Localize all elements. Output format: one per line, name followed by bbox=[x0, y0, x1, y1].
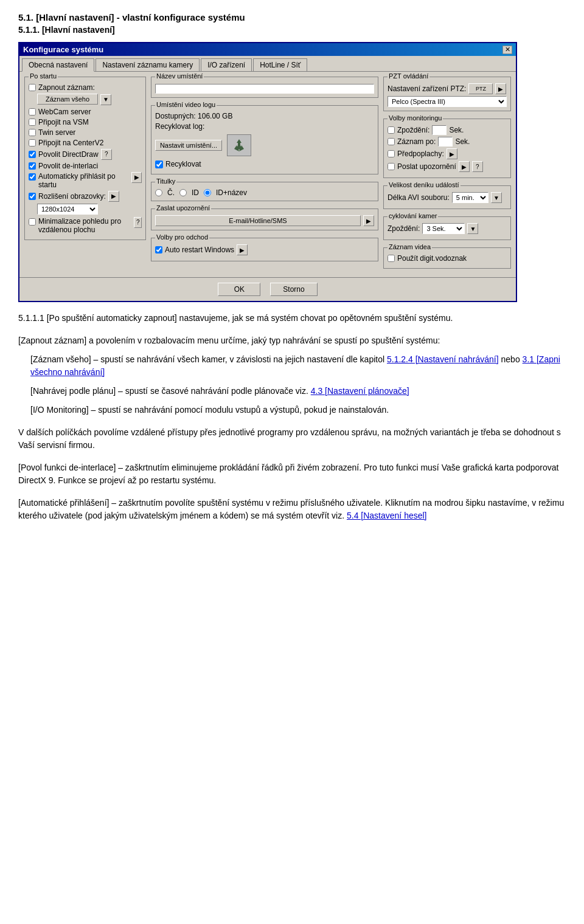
deinterlaci-checkbox[interactable] bbox=[29, 162, 36, 170]
nazev-input[interactable] bbox=[155, 84, 374, 94]
zaznam-vseho-btn[interactable]: Záznam všeho bbox=[37, 94, 98, 105]
titulky-id-label: ID bbox=[192, 188, 199, 197]
tab-io[interactable]: I/O zařízení bbox=[201, 58, 252, 71]
auto-restart-arrow[interactable]: ▶ bbox=[237, 244, 248, 255]
zaznam-po-checkbox[interactable] bbox=[388, 138, 395, 145]
link-nastaveni-nahravani[interactable]: 5.1.2.4 [Nastavení nahrávání] bbox=[387, 354, 499, 364]
pripojit-centerv2-checkbox[interactable] bbox=[29, 139, 36, 147]
zpozdeni2-label: Zpoždění: bbox=[388, 224, 420, 233]
zapnout-zaznam-label: Zapnout záznam: bbox=[38, 83, 95, 92]
zaslat-section: Zaslat upozornění E-mail/Hotline/SMS ▶ bbox=[151, 209, 378, 230]
twin-server-checkbox[interactable] bbox=[29, 129, 36, 136]
predpoplachy-checkbox[interactable] bbox=[388, 150, 395, 157]
section-zaznam: [Zapnout záznam] a povolením v rozbalova… bbox=[18, 334, 566, 416]
poslat-upozorneni-checkbox[interactable] bbox=[388, 163, 395, 170]
ptz-arrow[interactable]: ▶ bbox=[495, 83, 506, 94]
dostupnych-text: Dostupných: 106.00 GB bbox=[155, 112, 374, 120]
twin-server-label: Twin server bbox=[38, 128, 75, 137]
auto-restart-checkbox[interactable] bbox=[155, 246, 162, 253]
recyklovat-checkbox[interactable] bbox=[155, 160, 163, 168]
pouzit-digit-checkbox[interactable] bbox=[388, 255, 395, 262]
minimalizace-row: Minimalizace pohledu pro vzdálenou ploch… bbox=[29, 217, 142, 234]
velikost-label: Velikost deníku událostí bbox=[388, 181, 461, 188]
deinterlaci-label: Povolit de-interlaci bbox=[38, 162, 98, 170]
pripojit-vsm-checkbox[interactable] bbox=[29, 119, 36, 126]
zaznam-videa-section: Záznam videa Použít digit.vodoznak bbox=[383, 247, 511, 269]
zpozdeni2-dropdown[interactable]: ▼ bbox=[467, 223, 478, 234]
dialog-footer: OK Storno bbox=[19, 277, 516, 301]
ok-button[interactable]: OK bbox=[218, 283, 260, 296]
delka-avi-dropdown[interactable]: ▼ bbox=[491, 192, 502, 203]
poslat-arrow1[interactable]: ▶ bbox=[459, 161, 470, 172]
directdraw-help[interactable]: ? bbox=[101, 149, 112, 160]
minimalizace-help[interactable]: ? bbox=[134, 217, 142, 228]
minimalizace-checkbox[interactable] bbox=[29, 218, 36, 226]
email-arrow[interactable]: ▶ bbox=[363, 215, 374, 226]
tab-zaznam[interactable]: Nastavení záznamu kamery bbox=[96, 58, 200, 71]
nazev-label: Název umístění bbox=[155, 72, 204, 80]
ptz-icon-btn[interactable]: PTZ bbox=[468, 83, 493, 94]
cyklovani-label: cyklování kamer bbox=[388, 212, 438, 219]
auto-prihlasit-arrow[interactable]: ▶ bbox=[131, 172, 142, 183]
rozliseni-select[interactable]: 1280x1024 bbox=[37, 204, 98, 215]
section-511: 5.1.1.1 [Po spuštění automaticky zapnout… bbox=[18, 312, 566, 325]
zaznam-po-input[interactable]: 3 bbox=[438, 137, 453, 147]
nazev-section: Název umístění bbox=[151, 77, 378, 98]
titulky-section: Titulky Č. ID ID+název bbox=[151, 182, 378, 201]
para2-io: [I/O Monitoring] – spustí se nahrávání p… bbox=[30, 404, 566, 416]
dialog-title: Konfigurace systému bbox=[23, 45, 103, 54]
zpozdeni-input[interactable]: 6 bbox=[432, 125, 447, 135]
rozliseni-arrow[interactable]: ▶ bbox=[108, 191, 119, 202]
right-panel: PZT ovládání Nastavení zařízení PTZ: PTZ… bbox=[383, 77, 511, 272]
main-heading: 5.1. [Hlavní nastavení] - vlastní konfig… bbox=[18, 12, 566, 22]
delka-avi-select[interactable]: 5 min. bbox=[452, 192, 488, 203]
webcam-label: WebCam server bbox=[38, 108, 91, 116]
titulky-idnazev-radio[interactable] bbox=[204, 189, 211, 196]
tab-obecna[interactable]: Obecná nastavení bbox=[22, 58, 94, 72]
directdraw-checkbox[interactable] bbox=[29, 151, 36, 158]
recyklovat-btn-label: Recyklovat bbox=[165, 160, 201, 168]
tab-hotline[interactable]: HotLine / Síť bbox=[253, 58, 307, 71]
titulky-id-radio[interactable] bbox=[179, 189, 187, 196]
zpozdeni-checkbox[interactable] bbox=[388, 126, 395, 134]
webcam-checkbox[interactable] bbox=[29, 108, 36, 116]
dialog-close-button[interactable]: ✕ bbox=[502, 46, 512, 54]
poslat-upozorneni-row: Poslat upozornění ▶ ? bbox=[388, 161, 507, 172]
storno-button[interactable]: Storno bbox=[270, 283, 317, 296]
nastavit-btn[interactable]: Nastavit umístění... bbox=[155, 140, 222, 151]
zpozdeni2-select[interactable]: 3 Sek. bbox=[422, 223, 465, 234]
sub-heading: 5.1.1. [Hlavní nastavení] bbox=[18, 25, 566, 35]
para3: V dalších políčkách povolíme vzdálené př… bbox=[18, 426, 566, 452]
pripojit-centerv2-row: Připojit na CenterV2 bbox=[29, 139, 142, 147]
delka-avi-label: Délka AVI souboru: bbox=[388, 193, 450, 202]
auto-restart-label: Auto restart Windows bbox=[165, 246, 234, 254]
titulky-label: Titulky bbox=[155, 178, 176, 185]
para2-nahravej: [Nahrávej podle plánu] – spustí se časov… bbox=[30, 385, 566, 398]
zaznam-po-row: Záznam po: 3 Sek. bbox=[388, 137, 507, 147]
zaznam-vseho-dropdown[interactable]: ▼ bbox=[100, 94, 111, 105]
auto-prihlasit-row: Automaticky přihlásit po startu ▶ bbox=[29, 172, 142, 189]
link-nastaveni-hesel[interactable]: 5.4 [Nastavení hesel] bbox=[347, 511, 427, 520]
auto-prihlasit-checkbox[interactable] bbox=[29, 173, 36, 181]
zapnout-zaznam-row: Zapnout záznam: bbox=[29, 83, 142, 92]
zapnout-zaznam-checkbox[interactable] bbox=[29, 84, 36, 91]
titulky-c-radio[interactable] bbox=[155, 189, 162, 196]
poslat-upozorneni-label: Poslat upozornění bbox=[397, 162, 456, 171]
zpozdeni-label: Zpoždění: bbox=[397, 126, 429, 134]
link-nastaveni-planovace[interactable]: 4.3 [Nastavení plánovače] bbox=[311, 386, 409, 396]
email-btn[interactable]: E-mail/Hotline/SMS bbox=[155, 215, 361, 226]
poslat-help[interactable]: ? bbox=[472, 161, 483, 172]
nastaveni-zarizeni-label: Nastavení zařízení PTZ: bbox=[388, 84, 466, 93]
cyklovani-section: cyklování kamer Zpoždění: 3 Sek. ▼ bbox=[383, 216, 511, 240]
minimalizace-label: Minimalizace pohledu pro vzdálenou ploch… bbox=[38, 217, 131, 234]
recyklovat-check-row: Recyklovat bbox=[155, 160, 374, 168]
po-startu-panel: Po startu Zapnout záznam: Záznam všeho ▼… bbox=[24, 77, 146, 240]
umisteni-section: Umístění video logu Dostupných: 106.00 G… bbox=[151, 105, 378, 174]
rozliseni-checkbox[interactable] bbox=[29, 193, 36, 200]
pzt-section: PZT ovládání Nastavení zařízení PTZ: PTZ… bbox=[383, 77, 511, 111]
directdraw-label: Povolit DirectDraw bbox=[38, 150, 99, 159]
predpoplachy-arrow[interactable]: ▶ bbox=[447, 148, 457, 159]
para1: 5.1.1.1 [Po spuštění automaticky zapnout… bbox=[18, 312, 566, 325]
para4: [Povol funkci de-interlace] – zaškrtnutí… bbox=[18, 461, 566, 487]
pelco-select[interactable]: Pelco (Spectra III) bbox=[388, 96, 507, 107]
